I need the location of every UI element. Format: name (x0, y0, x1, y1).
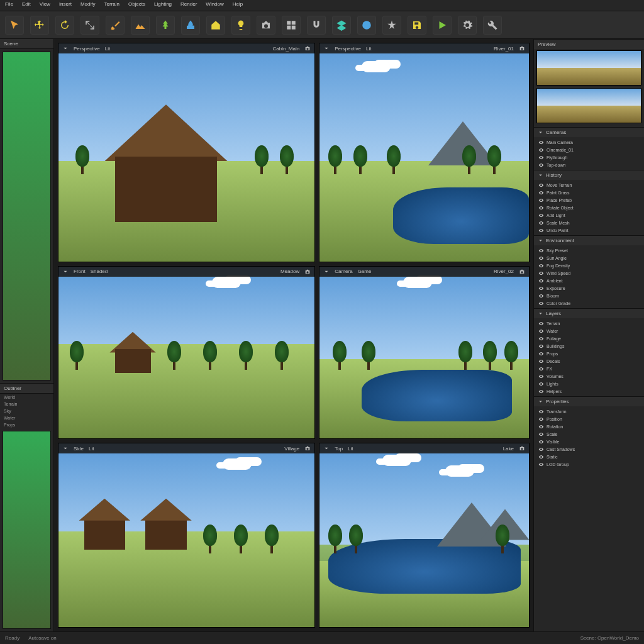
menu-item[interactable]: Window (206, 1, 223, 9)
eye-icon[interactable] (538, 439, 544, 445)
property-row[interactable]: Cinematic_01 (536, 146, 641, 153)
eye-icon[interactable] (538, 293, 544, 299)
menu-item[interactable]: Objects (128, 1, 145, 9)
build-button[interactable] (483, 16, 502, 35)
preview-thumb[interactable] (536, 50, 641, 86)
property-row[interactable]: Color Grade (536, 299, 641, 307)
viewport-scene[interactable] (319, 443, 529, 627)
snap-button[interactable] (307, 16, 326, 35)
eye-icon[interactable] (538, 424, 544, 430)
property-row[interactable]: Volumes (536, 372, 641, 380)
camera-icon[interactable] (304, 445, 311, 452)
layers-button[interactable] (332, 16, 351, 35)
chevron-down-icon[interactable] (62, 269, 69, 275)
chevron-down-icon[interactable] (62, 445, 69, 452)
property-row[interactable]: Foliage (536, 335, 641, 342)
eye-icon[interactable] (538, 140, 544, 145)
property-row[interactable]: Bloom (536, 292, 641, 299)
property-row[interactable]: Rotate Object (536, 204, 641, 211)
menu-item[interactable]: File (5, 1, 13, 9)
eye-icon[interactable] (538, 162, 544, 168)
menu-item[interactable]: Lighting (154, 1, 172, 9)
camera-icon[interactable] (519, 269, 525, 275)
eye-icon[interactable] (538, 213, 544, 218)
preview-thumb[interactable] (536, 88, 641, 123)
property-row[interactable]: Position (536, 415, 641, 423)
viewport-scene[interactable] (319, 43, 529, 262)
outliner-item[interactable]: Terrain (0, 401, 53, 408)
move-button[interactable] (30, 16, 49, 35)
viewport-header[interactable]: Top Lit Lake (319, 443, 529, 453)
eye-icon[interactable] (538, 343, 544, 349)
property-row[interactable]: Helpers (536, 387, 641, 395)
viewport-header[interactable]: Side Lit Village (58, 443, 314, 453)
eye-icon[interactable] (538, 336, 544, 341)
section-header[interactable]: Cameras (534, 128, 644, 137)
property-row[interactable]: Scale Mesh (536, 219, 641, 226)
minimap-preview-2[interactable] (3, 431, 51, 629)
camera-icon[interactable] (519, 445, 525, 452)
viewport-header[interactable]: Camera Game River_02 (319, 267, 529, 277)
menu-item[interactable]: Help (233, 1, 243, 9)
eye-icon[interactable] (538, 462, 544, 467)
eye-icon[interactable] (538, 358, 544, 364)
eye-icon[interactable] (538, 155, 544, 160)
viewport-header[interactable]: Front Shaded Meadow (58, 267, 314, 277)
property-row[interactable]: Lights (536, 380, 641, 387)
viewport[interactable]: Camera Game River_02 (319, 266, 530, 439)
property-row[interactable]: Scale (536, 430, 641, 438)
chevron-down-icon[interactable] (323, 445, 330, 452)
property-row[interactable]: Top-down (536, 161, 641, 169)
property-row[interactable]: Water (536, 327, 641, 335)
eye-icon[interactable] (538, 389, 544, 394)
viewport[interactable]: Side Lit Village (58, 443, 315, 628)
outliner-item[interactable]: World (0, 394, 53, 401)
eye-icon[interactable] (538, 454, 544, 460)
menu-item[interactable]: View (40, 1, 50, 9)
property-row[interactable]: Place Prefab (536, 196, 641, 204)
eye-icon[interactable] (538, 447, 544, 452)
camera-icon[interactable] (519, 45, 525, 52)
section-header[interactable]: Properties (534, 397, 644, 406)
property-row[interactable]: Wind Speed (536, 269, 641, 277)
property-row[interactable]: Transform (536, 408, 641, 415)
section-header[interactable]: Environment (534, 236, 644, 245)
material-button[interactable] (357, 16, 376, 35)
property-row[interactable]: Paint Grass (536, 189, 641, 196)
eye-icon[interactable] (538, 270, 544, 276)
property-row[interactable]: Cast Shadows (536, 445, 641, 453)
section-header[interactable]: Layers (534, 309, 644, 318)
eye-icon[interactable] (538, 255, 544, 261)
outliner-item[interactable]: Water (0, 414, 53, 421)
section-header[interactable]: History (534, 170, 644, 180)
camera-button[interactable] (257, 16, 275, 35)
property-row[interactable]: Exposure (536, 284, 641, 292)
eye-icon[interactable] (538, 431, 544, 437)
viewport[interactable]: Perspective Lit Cabin_Main (58, 43, 315, 262)
viewport[interactable]: Top Lit Lake (319, 443, 530, 628)
menu-item[interactable]: Render (180, 1, 197, 9)
menu-item[interactable]: Edit (22, 1, 31, 9)
property-row[interactable]: Terrain (536, 319, 641, 327)
property-row[interactable]: Rotation (536, 423, 641, 430)
preview-header[interactable]: Preview (534, 40, 644, 49)
settings-button[interactable] (458, 16, 477, 35)
save-button[interactable] (408, 16, 426, 35)
viewport-scene[interactable] (58, 43, 314, 262)
eye-icon[interactable] (538, 197, 544, 203)
play-button[interactable] (433, 16, 452, 35)
camera-icon[interactable] (304, 45, 311, 52)
eye-icon[interactable] (538, 321, 544, 326)
eye-icon[interactable] (538, 409, 544, 414)
property-row[interactable]: Sun Angle (536, 254, 641, 262)
eye-icon[interactable] (538, 416, 544, 422)
viewport[interactable]: Front Shaded Meadow (58, 266, 315, 439)
tree-button[interactable] (156, 16, 175, 35)
property-row[interactable]: Flythrough (536, 153, 641, 161)
property-row[interactable]: LOD Group (536, 460, 641, 468)
eye-icon[interactable] (538, 286, 544, 291)
viewport-scene[interactable] (58, 443, 314, 627)
water-button[interactable] (181, 16, 200, 35)
menu-item[interactable]: Insert (59, 1, 72, 9)
property-row[interactable]: Add Light (536, 211, 641, 219)
